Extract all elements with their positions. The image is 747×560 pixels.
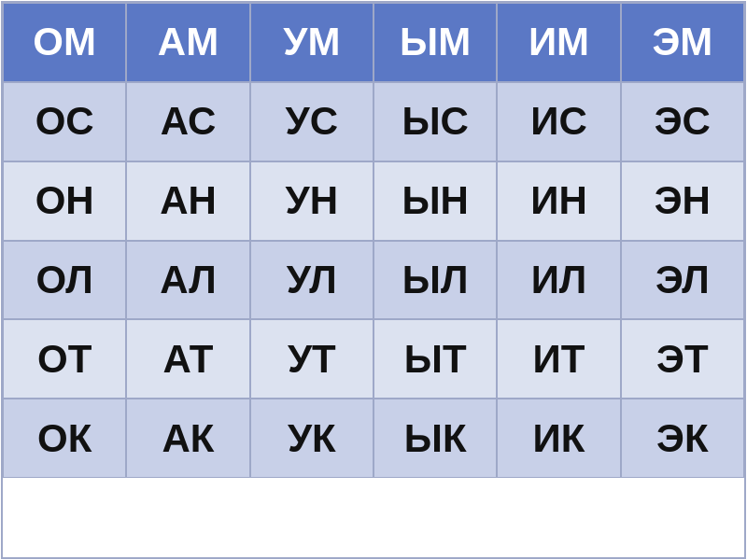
cell-row0-col0: ОС: [3, 82, 126, 161]
cell-row0-col1: АС: [126, 82, 249, 161]
cell-row3-col3: ЫТ: [374, 319, 497, 399]
cell-row4-col0: ОК: [3, 399, 126, 478]
header-cell-5: ЭМ: [621, 3, 744, 82]
cell-row4-col4: ИК: [497, 399, 620, 478]
cell-row0-col3: ЫС: [374, 82, 497, 161]
cell-row4-col1: АК: [126, 399, 249, 478]
cell-row1-col4: ИН: [497, 161, 620, 241]
cell-row4-col5: ЭК: [621, 399, 744, 478]
cell-row2-col1: АЛ: [126, 241, 249, 320]
header-cell-1: АМ: [126, 3, 249, 82]
cell-row4-col2: УК: [250, 399, 374, 478]
cell-row3-col5: ЭТ: [621, 319, 744, 399]
cell-row1-col0: ОН: [3, 161, 126, 241]
header-cell-0: ОМ: [3, 3, 126, 82]
cell-row3-col4: ИТ: [497, 319, 620, 399]
cell-row2-col0: ОЛ: [3, 241, 126, 320]
cell-row1-col2: УН: [250, 161, 374, 241]
cell-row0-col5: ЭС: [621, 82, 744, 161]
cell-row2-col3: ЫЛ: [374, 241, 497, 320]
header-cell-2: УМ: [250, 3, 374, 82]
cell-row1-col1: АН: [126, 161, 249, 241]
cell-row1-col5: ЭН: [621, 161, 744, 241]
cell-row0-col4: ИС: [497, 82, 620, 161]
cell-row0-col2: УС: [250, 82, 374, 161]
cell-row2-col5: ЭЛ: [621, 241, 744, 320]
cell-row2-col2: УЛ: [250, 241, 374, 320]
header-cell-4: ИМ: [497, 3, 620, 82]
cell-row4-col3: ЫК: [374, 399, 497, 478]
cell-row3-col0: ОТ: [3, 319, 126, 399]
cell-row2-col4: ИЛ: [497, 241, 620, 320]
cell-row1-col3: ЫН: [374, 161, 497, 241]
cell-row3-col2: УТ: [250, 319, 374, 399]
syllable-grid: ОМАМУМЫМИМЭМОСАСУСЫСИСЭСОНАНУНЫНИНЭНОЛАЛ…: [1, 1, 746, 559]
cell-row3-col1: АТ: [126, 319, 249, 399]
header-cell-3: ЫМ: [374, 3, 497, 82]
